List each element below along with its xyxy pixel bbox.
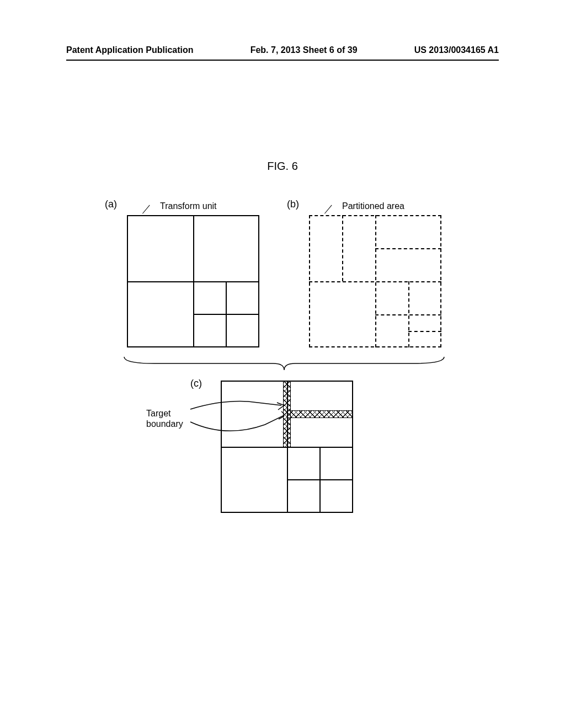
target-boundary-diagram bbox=[221, 381, 353, 513]
panel-a-annotation: Transform unit bbox=[160, 201, 217, 211]
grid-line bbox=[222, 447, 352, 448]
page-header: Patent Application Publication Feb. 7, 2… bbox=[66, 45, 499, 55]
grid-line bbox=[287, 479, 352, 480]
panel-b-label: (b) bbox=[287, 199, 299, 210]
header-right: US 2013/0034165 A1 bbox=[414, 45, 499, 55]
grid-line bbox=[408, 331, 441, 332]
transform-unit-diagram bbox=[127, 215, 259, 347]
grid-line bbox=[128, 281, 258, 282]
partitioned-area-diagram bbox=[309, 215, 441, 347]
panel-c-annotation: Target boundary bbox=[146, 408, 183, 429]
figure-title: FIG. 6 bbox=[0, 160, 565, 173]
header-left: Patent Application Publication bbox=[66, 45, 194, 55]
header-center: Feb. 7, 2013 Sheet 6 of 39 bbox=[250, 45, 358, 55]
panel-a-label: (a) bbox=[105, 199, 117, 210]
target-boundary-hatch-horizontal bbox=[287, 410, 352, 418]
header-rule bbox=[66, 60, 499, 61]
grid-line bbox=[342, 215, 343, 281]
grid-line bbox=[309, 281, 441, 282]
grid-line bbox=[193, 314, 258, 315]
panel-c-label: (c) bbox=[190, 378, 202, 389]
combining-brace-icon bbox=[121, 356, 447, 372]
grid-line bbox=[375, 248, 441, 249]
grid-line bbox=[375, 314, 441, 315]
panel-b-annotation: Partitioned area bbox=[342, 201, 404, 211]
